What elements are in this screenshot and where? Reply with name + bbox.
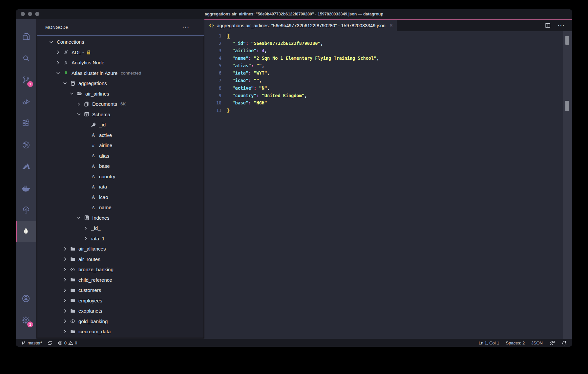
sidebar: MONGODB ··· ConnectionsADL -Analytics No…: [36, 19, 204, 339]
tree-item-schema[interactable]: Schema: [37, 109, 204, 120]
tab-close-icon[interactable]: ×: [389, 23, 393, 28]
tree-item-aggregations[interactable]: aggregations: [37, 78, 204, 89]
chevron-right-icon[interactable]: [55, 60, 61, 65]
activity-item-explorer[interactable]: [16, 26, 36, 47]
editor-code[interactable]: 1{2 "_id": "56e9b497732b6122f8790280",3 …: [204, 31, 563, 339]
tree-item-label: ADL -: [72, 50, 84, 55]
chevron-right-icon[interactable]: [62, 288, 68, 293]
feedback-icon[interactable]: [549, 340, 555, 346]
split-editor-icon[interactable]: [545, 23, 551, 28]
tree-item-icecream-data[interactable]: icecream_data: [37, 326, 204, 337]
chevron-right-icon[interactable]: [83, 236, 88, 241]
activity-item-docker[interactable]: [16, 177, 36, 199]
chevron-right-icon[interactable]: [62, 308, 68, 314]
chevron-right-icon[interactable]: [76, 101, 81, 107]
chevron-right-icon[interactable]: [55, 50, 61, 55]
string-icon: A: [91, 205, 96, 210]
window-title: aggregations.air_airlines: "56e9b497732b…: [205, 12, 383, 16]
tree-item-active[interactable]: Aactive: [37, 130, 204, 141]
tree-item-air-routes[interactable]: air_routes: [37, 254, 204, 265]
tree-item-employees[interactable]: employees: [37, 296, 204, 306]
tree-item-child-reference[interactable]: child_reference: [37, 275, 204, 285]
chevron-right-icon[interactable]: [62, 256, 68, 262]
sidebar-more-actions-button[interactable]: ···: [182, 24, 190, 30]
tab-json-document[interactable]: {} aggregations.air_airlines: "56e9b4977…: [204, 20, 397, 31]
chevron-down-icon[interactable]: [62, 81, 68, 86]
test-tree-icon: [22, 206, 31, 214]
code-content: }: [221, 107, 230, 114]
tree-item-meta: 6K: [120, 101, 126, 106]
activity-item-azure[interactable]: [16, 156, 36, 177]
scrollbar-thumb[interactable]: [565, 36, 569, 45]
chevron-right-icon[interactable]: [62, 319, 68, 324]
status-bar-right: Ln 1, Col 1 Spaces: 2 JSON: [479, 340, 567, 346]
language-mode-status[interactable]: JSON: [531, 341, 543, 345]
chevron-right-icon[interactable]: [83, 226, 88, 231]
tree-item-icao[interactable]: Aicao: [37, 192, 204, 203]
activity-item-run-and-debug[interactable]: [16, 91, 36, 112]
problems-status[interactable]: 0 0: [58, 341, 77, 345]
chevron-down-icon[interactable]: [55, 70, 61, 76]
tree-item-adl[interactable]: ADL -: [37, 47, 204, 58]
tree-item-alias[interactable]: Aalias: [37, 151, 204, 161]
activity-item-settings[interactable]: 1: [16, 309, 36, 331]
tree-item-documents[interactable]: Documents6K: [37, 99, 204, 109]
tree-item-country[interactable]: Acountry: [37, 171, 204, 182]
tree-item-connections[interactable]: Connections: [37, 37, 204, 47]
sync-status[interactable]: [48, 341, 52, 345]
activity-item-mongodb[interactable]: [16, 221, 36, 242]
code-content: "active": "N",: [221, 84, 270, 92]
cursor-position-status[interactable]: Ln 1, Col 1: [479, 341, 499, 345]
code-content: "iata": "WYT",: [221, 69, 270, 77]
minimize-window-button[interactable]: [28, 12, 32, 16]
chevron-right-icon[interactable]: [62, 329, 68, 334]
tree-item-gold-banking[interactable]: gold_banking: [37, 316, 204, 327]
scrollbar-decoration[interactable]: [565, 101, 569, 111]
chevron-down-icon[interactable]: [76, 215, 81, 220]
folder-icon: [70, 308, 75, 314]
tree-item-atlas-cluster-in-azure[interactable]: Atlas cluster in Azureconnected: [37, 68, 204, 78]
tree-item-indexes[interactable]: Indexes: [37, 213, 204, 223]
tab-bar: {} aggregations.air_airlines: "56e9b4977…: [204, 19, 572, 31]
code-content: "icao": "",: [221, 77, 262, 84]
tree-item-id[interactable]: _id: [37, 120, 204, 130]
tree-item-air-airlines[interactable]: air_airlines: [37, 89, 204, 99]
line-number: 11: [204, 107, 221, 114]
activity-item-test-tree[interactable]: [16, 199, 36, 221]
chevron-right-icon[interactable]: [62, 298, 68, 303]
chevron-right-icon[interactable]: [62, 246, 68, 252]
tree-item-label: _id_: [91, 225, 100, 231]
indentation-status[interactable]: Spaces: 2: [506, 341, 525, 345]
tree-item-bronze-banking[interactable]: bronze_banking: [37, 264, 204, 275]
close-window-button[interactable]: [21, 12, 25, 16]
chevron-down-icon[interactable]: [76, 112, 81, 117]
activity-item-search[interactable]: [16, 47, 36, 69]
activity-item-extensions[interactable]: [16, 112, 36, 134]
chevron-down-icon[interactable]: [49, 39, 54, 45]
git-branch-status[interactable]: master*: [21, 341, 42, 345]
tree-item-exoplanets[interactable]: exoplanets: [37, 306, 204, 316]
editor-more-actions-icon[interactable]: ···: [558, 23, 565, 29]
tree-item-iata[interactable]: Aiata: [37, 182, 204, 192]
maximize-window-button[interactable]: [35, 12, 39, 16]
tree-item-airline[interactable]: #airline: [37, 140, 204, 151]
code-content: "country": "United Kingdom",: [221, 92, 307, 99]
activity-item-source-control[interactable]: 1: [16, 69, 36, 91]
chevron-right-icon[interactable]: [62, 267, 68, 272]
chevron-down-icon[interactable]: [69, 91, 74, 96]
tree-item-base[interactable]: Abase: [37, 161, 204, 171]
notifications-bell-icon[interactable]: [561, 340, 567, 346]
tree-item-label: air_alliances: [78, 246, 106, 252]
tree-item-iata-1[interactable]: iata_1: [37, 233, 204, 244]
tree-item-name[interactable]: Aname: [37, 202, 204, 213]
tree-item-analytics-node[interactable]: Analytics Node: [37, 57, 204, 68]
tree-item-air-alliances[interactable]: air_alliances: [37, 244, 204, 254]
tree-item-customers[interactable]: customers: [37, 285, 204, 296]
tree-item-id[interactable]: _id_: [37, 223, 204, 233]
activity-item-git-graph[interactable]: [16, 134, 36, 156]
chevron-spacer: [83, 174, 88, 179]
code-content: {: [221, 32, 230, 40]
editor-scrollbar: [563, 31, 572, 339]
activity-item-accounts[interactable]: [16, 288, 36, 309]
chevron-right-icon[interactable]: [62, 277, 68, 282]
